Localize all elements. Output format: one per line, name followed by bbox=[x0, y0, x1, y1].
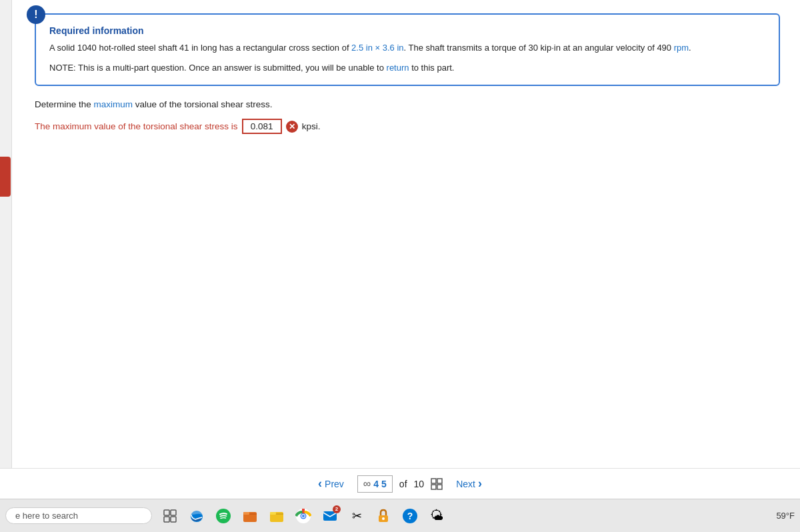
spotify-icon[interactable] bbox=[211, 503, 236, 529]
svg-rect-0 bbox=[431, 479, 436, 483]
svg-rect-1 bbox=[437, 479, 442, 483]
mail-icon[interactable]: 2 bbox=[317, 503, 343, 529]
question-area: Determine the maximum value of the torsi… bbox=[35, 99, 780, 134]
svg-text:?: ? bbox=[407, 511, 413, 521]
bottom-navigation: Prev ∞ 4 5 of 10 Next bbox=[0, 468, 800, 499]
chevron-right-icon bbox=[478, 477, 482, 491]
answer-label: The maximum value of the torsional shear… bbox=[35, 121, 238, 131]
chrome-icon[interactable] bbox=[291, 503, 316, 529]
temperature-display: 59°F bbox=[776, 511, 795, 521]
edge-icon[interactable] bbox=[184, 503, 209, 529]
svg-rect-7 bbox=[171, 517, 176, 522]
svg-rect-6 bbox=[164, 517, 169, 522]
infinity-icon: ∞ bbox=[363, 478, 371, 490]
next-button[interactable]: Next bbox=[449, 473, 489, 495]
svg-point-17 bbox=[302, 515, 305, 517]
grid-view-icon[interactable] bbox=[431, 478, 443, 490]
mail-badge: 2 bbox=[333, 505, 341, 513]
chevron-left-icon bbox=[318, 477, 322, 491]
question-text: Determine the maximum value of the torsi… bbox=[35, 99, 780, 109]
info-box-body: A solid 1040 hot-rolled steel shaft 41 i… bbox=[49, 41, 765, 55]
task-view-icon[interactable] bbox=[157, 503, 183, 529]
file-manager-yellow-icon[interactable] bbox=[264, 503, 289, 529]
scissors-icon[interactable]: ✂ bbox=[344, 503, 369, 529]
info-box-note: NOTE: This is a multi-part question. Onc… bbox=[49, 61, 765, 75]
prev-label: Prev bbox=[325, 479, 344, 489]
taskbar-right: 59°F bbox=[776, 511, 795, 521]
info-box: ! Required information A solid 1040 hot-… bbox=[35, 13, 780, 86]
question-highlight-maximum: maximum bbox=[94, 99, 133, 109]
info-highlight-return: return bbox=[387, 63, 409, 73]
taskbar: e here to search bbox=[0, 499, 800, 532]
lock-security-icon[interactable] bbox=[371, 503, 396, 529]
main-content: ! Required information A solid 1040 hot-… bbox=[0, 0, 800, 499]
prev-button[interactable]: Prev bbox=[311, 473, 351, 495]
answer-unit: kpsi. bbox=[302, 121, 321, 131]
file-manager-orange-icon[interactable] bbox=[237, 503, 263, 529]
svg-point-20 bbox=[382, 517, 385, 520]
next-label: Next bbox=[456, 479, 475, 489]
svg-rect-5 bbox=[171, 510, 176, 515]
page-number-5: 5 bbox=[381, 479, 387, 489]
page-number-4: 4 bbox=[373, 479, 379, 489]
svg-rect-3 bbox=[437, 485, 442, 489]
help-icon[interactable]: ? bbox=[397, 503, 423, 529]
info-icon: ! bbox=[27, 5, 45, 24]
info-highlight-dimensions: 2.5 in × 3.6 in bbox=[351, 43, 403, 53]
info-highlight-rpm: rpm bbox=[674, 43, 689, 53]
svg-rect-4 bbox=[164, 510, 169, 515]
svg-rect-2 bbox=[431, 485, 436, 489]
svg-rect-11 bbox=[243, 512, 249, 515]
answer-input[interactable] bbox=[242, 119, 282, 134]
error-icon[interactable]: ✕ bbox=[286, 121, 298, 133]
taskbar-icons: 2 ✂ ? 🌤 bbox=[157, 503, 449, 529]
search-placeholder: e here to search bbox=[15, 511, 78, 521]
svg-rect-13 bbox=[270, 512, 276, 515]
total-pages: 10 bbox=[414, 479, 425, 489]
answer-line: The maximum value of the torsional shear… bbox=[35, 119, 780, 134]
weather-icon[interactable]: 🌤 bbox=[424, 503, 449, 529]
of-label: of bbox=[399, 479, 407, 489]
search-bar[interactable]: e here to search bbox=[5, 507, 152, 524]
page-indicator: ∞ 4 5 bbox=[357, 475, 393, 493]
info-box-title: Required information bbox=[49, 25, 765, 36]
